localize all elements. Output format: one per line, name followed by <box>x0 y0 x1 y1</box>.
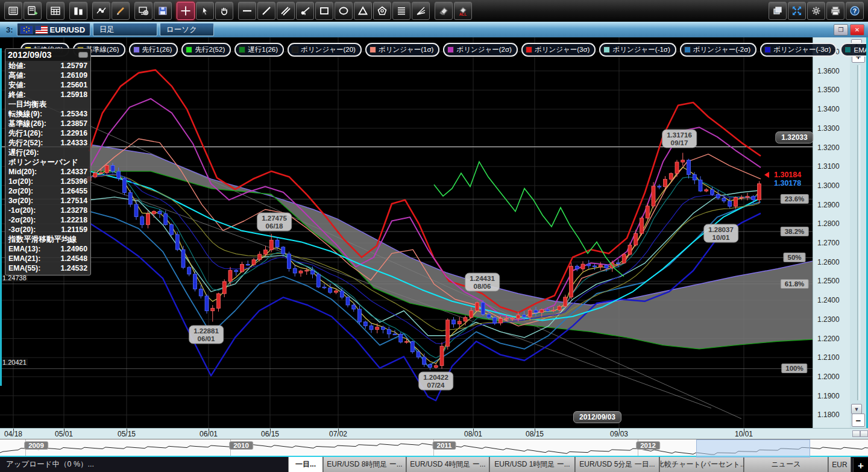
trend-line-button[interactable] <box>257 2 275 20</box>
zoom-out-button[interactable]: − <box>852 414 865 427</box>
eu-flag-icon <box>20 25 33 34</box>
window-left-edge <box>0 48 2 386</box>
indicator-chip-3[interactable]: 先行2(52) <box>181 43 231 57</box>
windows-button[interactable] <box>769 2 787 20</box>
indicator-chip-10[interactable]: ボリンジャー(-2σ) <box>680 43 756 57</box>
calendar-button[interactable] <box>46 2 64 20</box>
fan-lines-icon <box>415 5 426 16</box>
price-axis[interactable]: 1.37001.36001.35001.34001.33001.32001.31… <box>813 37 851 428</box>
rectangle-button[interactable] <box>315 2 333 20</box>
fibo-lines-button[interactable] <box>392 2 410 20</box>
price-tick-label: 1.3400 <box>817 105 840 113</box>
tab-4[interactable]: EUR/USD 5分足 一目... <box>575 457 659 472</box>
cursor-button[interactable] <box>196 2 214 20</box>
tooltip-row: 安値:1.25601 <box>5 80 90 90</box>
help-button[interactable]: ? <box>846 2 864 20</box>
chart-annotation: 1.2747506/18 <box>257 213 292 231</box>
tab-1[interactable]: EUR/USD 8時間足 ー... <box>323 457 406 472</box>
crosshair-icon <box>180 5 191 16</box>
draw-button[interactable] <box>112 2 130 20</box>
tab-6[interactable]: ニュース <box>744 457 828 472</box>
price-tick-label: 1.2100 <box>817 353 840 362</box>
price-tick-label: 1.1900 <box>817 392 840 400</box>
history-timeline[interactable]: 2009201020112012 <box>0 439 868 456</box>
indicator-wizard-button[interactable] <box>92 2 110 20</box>
date-tick-label: 05/15 <box>118 430 136 438</box>
scroll-down-button[interactable]: ▼ <box>851 404 862 414</box>
fx-chart-window: ALL ? 3: EUR/USD 日足 ローソク ❐ ✕ 転換線(9)基準線(2… <box>0 0 868 472</box>
indicator-color-swatch <box>526 46 532 53</box>
print-icon <box>830 5 841 16</box>
tooltip-close-button[interactable] <box>78 52 88 58</box>
print-button[interactable] <box>826 2 844 20</box>
timeline-selection[interactable] <box>696 439 810 458</box>
half-line-button[interactable] <box>296 2 314 20</box>
tooltip-row: -3σ(20):1.21159 <box>5 225 90 234</box>
tab-5[interactable]: 比較チャート(パーセント... <box>659 457 744 472</box>
triangle-button[interactable] <box>354 2 372 20</box>
tooltip-row: 転換線(9):1.25343 <box>5 109 90 119</box>
data-window-tooltip: 2012/09/03 始値:1.25797高値:1.26109安値:1.2560… <box>5 48 91 275</box>
pentagon-button[interactable] <box>373 2 391 20</box>
indicator-chip-4[interactable]: 遅行1(26) <box>234 43 284 57</box>
parallel-lines-button[interactable] <box>277 2 295 20</box>
indicator-chip-5[interactable]: ボリンジャー(20) <box>288 43 362 57</box>
horizontal-line-button[interactable] <box>238 2 256 20</box>
compare-button[interactable] <box>69 2 87 20</box>
fibo-lines-icon <box>396 5 407 16</box>
indicator-chip-8[interactable]: ボリンジャー(3σ) <box>521 43 596 57</box>
indicator-chip-11[interactable]: ボリンジャー(-3σ) <box>760 43 837 57</box>
fan-lines-button[interactable] <box>412 2 430 20</box>
upload-status: アップロード中（0 %）... <box>0 457 288 472</box>
indicator-chip-6[interactable]: ボリンジャー(1σ) <box>365 43 440 57</box>
chart-window-titlebar[interactable]: 3: EUR/USD 日足 ローソク ❐ ✕ <box>0 22 868 38</box>
eraser-icon <box>438 5 449 16</box>
tab-3[interactable]: EUR/USD 1時間足 ー... <box>489 457 575 472</box>
ask-arrow-icon <box>764 172 769 178</box>
close-window-button[interactable]: ✕ <box>850 24 864 36</box>
indicator-wizard-icon <box>96 5 107 16</box>
add-tab-button[interactable]: + <box>853 458 868 472</box>
date-tick-label: 08/01 <box>464 430 482 438</box>
price-tick-label: 1.2700 <box>817 239 840 247</box>
indicator-chip-7[interactable]: ボリンジャー(2σ) <box>443 43 518 57</box>
indicator-chip-2[interactable]: 先行1(26) <box>129 43 178 57</box>
bid-price-label: 1.30178 <box>774 179 801 187</box>
tooltip-row: 1σ(20):1.25396 <box>5 177 90 186</box>
eraser-button[interactable] <box>435 2 453 20</box>
chart-area[interactable]: 転換線(9)基準線(26)先行1(26)先行2(52)遅行1(26)ボリンジャー… <box>0 37 868 428</box>
fullscreen-button[interactable] <box>788 2 806 20</box>
ellipse-button[interactable] <box>335 2 353 20</box>
trend-line-icon <box>261 5 272 16</box>
price-tick-label: 1.2900 <box>817 201 840 209</box>
tab-2[interactable]: EUR/USD 4時間足 ー... <box>406 457 489 472</box>
chart-annotation: 1.2288106/01 <box>189 326 224 344</box>
chart-list-button[interactable] <box>4 2 22 20</box>
new-chart-button[interactable] <box>24 2 42 20</box>
indicator-chip-12[interactable]: EMA(13) <box>840 43 868 57</box>
tab-7[interactable]: EUR <box>828 457 851 472</box>
chart-type-select[interactable]: ローソク <box>160 23 214 36</box>
candlestick-chart[interactable] <box>0 37 813 428</box>
timeframe-select[interactable]: 日足 <box>93 23 157 36</box>
calendar-icon <box>50 5 61 16</box>
rectangle-icon <box>319 5 330 16</box>
pentagon-icon <box>377 5 388 16</box>
save-icon <box>157 5 168 16</box>
symbol-selector[interactable]: EUR/USD <box>17 23 91 36</box>
eraser-all-button[interactable]: ALL <box>454 2 472 20</box>
fib-level-label: 100% <box>781 363 807 373</box>
save-button[interactable] <box>154 2 172 20</box>
scroll-right-button[interactable] <box>860 430 868 437</box>
tab-0[interactable]: 一目... <box>288 457 323 472</box>
scroll-left-button[interactable] <box>852 430 860 437</box>
crosshair-button[interactable] <box>177 2 195 20</box>
indicator-chip-9[interactable]: ボリンジャー(-1σ) <box>599 43 676 57</box>
hand-button[interactable] <box>215 2 233 20</box>
price-tick-label: 1.3300 <box>817 124 840 133</box>
date-axis[interactable]: 04/1805/0105/1506/0106/1507/0208/0108/15… <box>0 428 868 439</box>
restore-window-button[interactable]: ❐ <box>834 24 848 36</box>
settings-button[interactable] <box>807 2 825 20</box>
chart-settings-button[interactable] <box>134 2 153 20</box>
scrollbar-track[interactable] <box>857 65 860 400</box>
